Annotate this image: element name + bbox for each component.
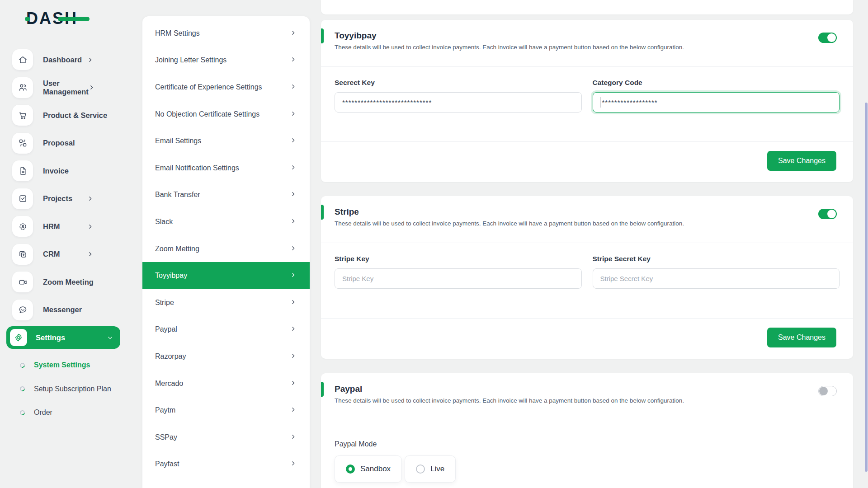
menu-item-stripe[interactable]: Stripe [142, 289, 310, 316]
paypal-mode-sandbox-option[interactable]: Sandbox [335, 455, 402, 483]
sidebar-item-dashboard[interactable]: Dashboard [0, 49, 132, 70]
menu-item-bank-transfer[interactable]: Bank Transfer [142, 182, 310, 209]
menu-item-sspay[interactable]: SSPay [142, 424, 310, 451]
sidebar-item-hrm[interactable]: HRM [0, 216, 132, 237]
menu-item-label: Email Notification Settings [155, 164, 239, 172]
menu-item-label: No Objection Certificate Settings [155, 110, 259, 118]
menu-item-razorpay[interactable]: Razorpay [142, 343, 310, 370]
stripe-card-footer: Save Changes [321, 318, 853, 359]
paypal-enable-toggle[interactable] [818, 386, 837, 396]
chevron-right-icon [87, 196, 93, 202]
menu-item-skrill[interactable]: Skrill [142, 478, 310, 488]
menu-item-label: Joining Letter Settings [155, 56, 226, 64]
gear-icon [10, 329, 27, 346]
menu-item-hrm-settings[interactable]: HRM Settings [142, 20, 310, 47]
category-code-input[interactable] [593, 92, 840, 113]
chevron-right-icon [290, 460, 296, 468]
menu-item-certificate-of-experience-settings[interactable]: Certificate of Experience Settings [142, 74, 310, 101]
stripe-secret-key-input[interactable] [593, 268, 840, 289]
card-description: These details will be used to collect in… [335, 397, 840, 404]
paypal-mode-options: Sandbox Live [335, 455, 840, 483]
menu-item-zoom-metting[interactable]: Zoom Metting [142, 235, 310, 263]
paypal-card: Paypal These details will be used to col… [321, 373, 853, 488]
menu-item-slack[interactable]: Slack [142, 208, 310, 235]
save-changes-button[interactable]: Save Changes [767, 151, 836, 171]
chevron-right-icon [290, 433, 296, 441]
card-description: These details will be used to collect in… [335, 44, 840, 51]
category-code-field-group: Category Code [593, 79, 840, 113]
menu-item-paypal[interactable]: Paypal [142, 316, 310, 343]
home-icon [12, 49, 33, 70]
sidebar-item-label: Dashboard [43, 56, 82, 64]
chevron-right-icon [290, 137, 296, 145]
sidebar-item-label: Product & Service [43, 111, 107, 120]
menu-item-label: SSPay [155, 433, 177, 441]
menu-item-email-settings[interactable]: Email Settings [142, 127, 310, 155]
sidebar-item-settings-active[interactable]: Settings [6, 326, 120, 349]
settings-menu-panel: HRM Settings Joining Letter Settings Cer… [142, 16, 310, 488]
stripe-enable-toggle[interactable] [818, 209, 837, 219]
sidebar-item-invoice[interactable]: Invoice [0, 160, 132, 181]
video-camera-icon [12, 272, 33, 292]
chevron-down-icon [107, 335, 113, 341]
menu-item-label: Slack [155, 218, 173, 226]
chevron-right-icon [290, 56, 296, 64]
menu-item-toyyibpay-active[interactable]: Toyyibpay [142, 262, 310, 289]
sidebar-item-crm[interactable]: CRM [0, 244, 132, 265]
logo-dash-accent [58, 17, 90, 21]
menu-item-email-notification-settings[interactable]: Email Notification Settings [142, 155, 310, 182]
paypal-mode-live-option[interactable]: Live [405, 455, 456, 483]
left-sidebar: DASH Dashboard User Management Product &… [0, 0, 132, 488]
toyyibpay-card-body: Secrect Key Category Code [321, 67, 853, 113]
bullet-circle-icon [19, 362, 26, 369]
menu-item-label: Toyyibpay [155, 272, 187, 280]
chevron-right-icon [87, 251, 93, 257]
chevron-right-icon [89, 84, 94, 90]
toyyibpay-card: Toyyibpay These details will be used to … [321, 20, 853, 182]
card-title: Paypal [335, 384, 840, 394]
menu-item-label: Stripe [155, 299, 174, 307]
sidebar-item-projects[interactable]: Projects [0, 188, 132, 209]
chevron-right-icon [290, 218, 296, 226]
menu-item-label: HRM Settings [155, 29, 200, 38]
cart-icon [12, 105, 33, 126]
sidebar-item-user-management[interactable]: User Management [0, 77, 132, 98]
sidebar-item-label: Proposal [43, 139, 75, 147]
chevron-right-icon [290, 191, 296, 199]
menu-item-mercado[interactable]: Mercado [142, 370, 310, 397]
sidebar-item-product-service[interactable]: Product & Service [0, 105, 132, 126]
menu-item-payfast[interactable]: Payfast [142, 451, 310, 478]
menu-item-no-objection-certificate-settings[interactable]: No Objection Certificate Settings [142, 101, 310, 128]
save-changes-button[interactable]: Save Changes [767, 328, 836, 347]
toyyibpay-enable-toggle[interactable] [818, 33, 837, 43]
menu-item-paytm[interactable]: Paytm [142, 397, 310, 424]
subnav-item-system-settings[interactable]: System Settings [0, 353, 132, 377]
settings-menu-scrollbar[interactable] [865, 103, 868, 472]
sidebar-item-messenger[interactable]: Messenger [0, 300, 132, 320]
paypal-card-header: Paypal These details will be used to col… [321, 373, 853, 420]
sidebar-item-zoom-meeting[interactable]: Zoom Meeting [0, 272, 132, 292]
toggle-knob [827, 33, 836, 42]
text-caret [600, 97, 601, 108]
stripe-card-body: Stripe Key Stripe Secret Key [321, 243, 853, 289]
chevron-right-icon [290, 380, 296, 388]
app-logo[interactable]: DASH [26, 9, 78, 28]
menu-item-label: Paypal [155, 325, 177, 333]
menu-item-label: Mercado [155, 380, 183, 388]
stripe-card: Stripe These details will be used to col… [321, 196, 853, 359]
chevron-right-icon [87, 224, 93, 230]
menu-item-label: Bank Transfer [155, 191, 200, 199]
sidebar-item-label: Projects [43, 194, 72, 203]
subnav-item-setup-subscription-plan[interactable]: Setup Subscription Plan [0, 377, 132, 401]
secret-key-input[interactable] [335, 92, 582, 113]
sidebar-item-proposal[interactable]: Proposal [0, 133, 132, 154]
menu-item-joining-letter-settings[interactable]: Joining Letter Settings [142, 47, 310, 74]
stripe-key-input[interactable] [335, 268, 582, 289]
chevron-right-icon [290, 406, 296, 414]
chevron-right-icon [290, 352, 296, 361]
card-accent-bar [321, 382, 324, 397]
radio-unselected-icon[interactable] [416, 465, 425, 474]
radio-selected-icon[interactable] [346, 465, 355, 474]
card-accent-bar [321, 205, 324, 220]
subnav-item-order[interactable]: Order [0, 401, 132, 425]
